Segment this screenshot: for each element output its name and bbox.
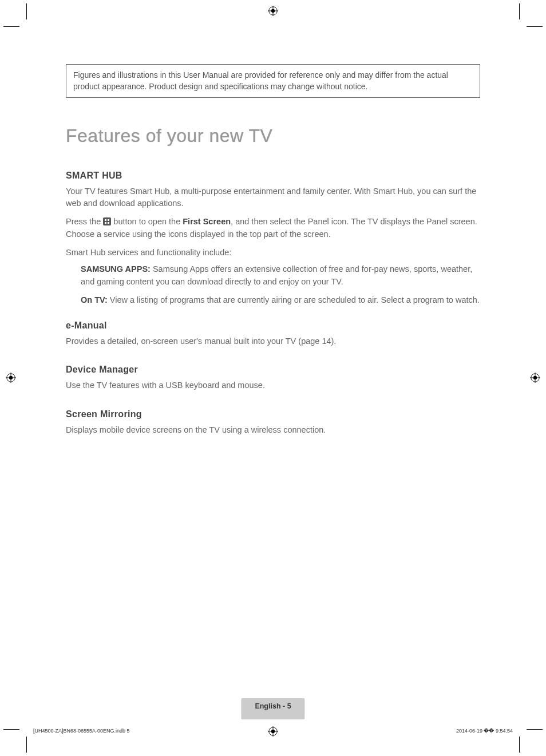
crop-mark [26, 737, 27, 753]
notice-text: Figures and illustrations in this User M… [73, 70, 448, 91]
page-content: Figures and illustrations in this User M… [66, 64, 480, 437]
crop-mark [519, 737, 520, 753]
heading-smart-hub: SMART HUB [66, 171, 480, 181]
smart-hub-p2: Press the button to open the First Scree… [66, 216, 480, 241]
feature-label: SAMSUNG APPS: [81, 264, 151, 274]
svg-rect-19 [105, 222, 106, 224]
crop-mark [519, 3, 520, 19]
device-manager-p: Use the TV features with a USB keyboard … [66, 379, 480, 392]
crop-mark [527, 26, 543, 27]
crop-mark [26, 3, 27, 19]
svg-rect-17 [105, 219, 106, 221]
smart-hub-button-icon [103, 217, 111, 225]
crop-mark [3, 729, 19, 730]
smart-hub-p3: Smart Hub services and functionality inc… [66, 247, 480, 259]
registration-mark-icon [530, 373, 540, 383]
svg-rect-18 [108, 219, 109, 221]
footer-timestamp: 2014-06-19 �� 9:54:54 [456, 728, 513, 734]
p2-bold: First Screen [183, 217, 231, 226]
screen-mirroring-p: Displays mobile device screens on the TV… [66, 424, 480, 437]
svg-rect-16 [103, 217, 111, 225]
registration-mark-icon [268, 6, 278, 16]
feature-on-tv: On TV: View a listing of programs that a… [81, 294, 480, 307]
feature-list: SAMSUNG APPS: Samsung Apps offers an ext… [66, 263, 480, 306]
crop-mark [527, 729, 543, 730]
feature-text: View a listing of programs that are curr… [108, 295, 480, 304]
feature-label: On TV: [81, 295, 108, 304]
page-number-badge: English - 5 [241, 698, 304, 719]
heading-screen-mirroring: Screen Mirroring [66, 409, 480, 419]
svg-rect-20 [108, 222, 109, 224]
heading-device-manager: Device Manager [66, 365, 480, 375]
footer-filename: [UH4500-ZA]BN68-06555A-00ENG.indb 5 [33, 728, 130, 734]
registration-mark-icon [6, 373, 16, 383]
registration-mark-icon [268, 726, 278, 737]
feature-samsung-apps: SAMSUNG APPS: Samsung Apps offers an ext… [81, 263, 480, 288]
p2-mid: button to open the [113, 217, 183, 226]
crop-mark [3, 26, 19, 27]
smart-hub-p1: Your TV features Smart Hub, a multi-purp… [66, 185, 480, 211]
heading-e-manual: e-Manual [66, 320, 480, 331]
p2-pre: Press the [66, 217, 103, 226]
e-manual-p: Provides a detailed, on-screen user's ma… [66, 335, 480, 348]
notice-box: Figures and illustrations in this User M… [66, 64, 480, 98]
page-title: Features of your new TV [66, 125, 480, 147]
